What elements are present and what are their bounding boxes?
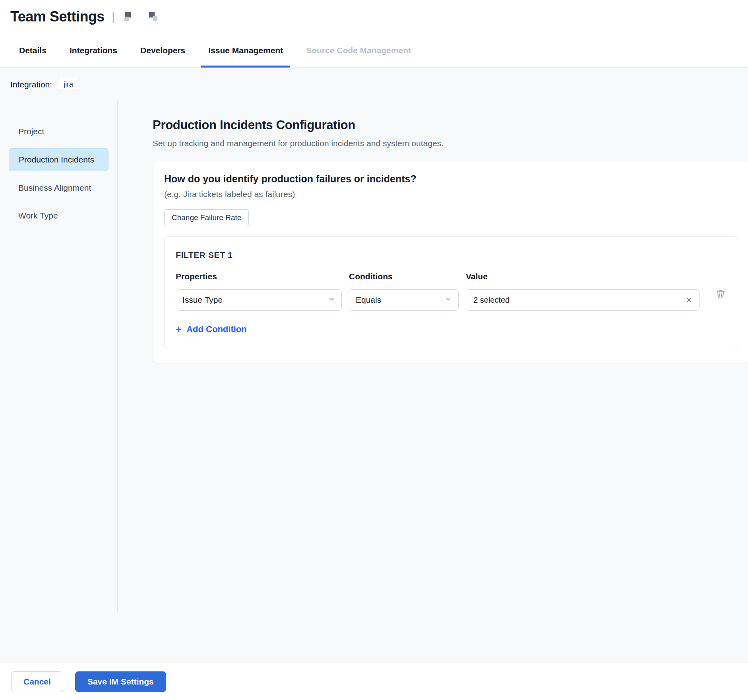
- properties-column-label: Properties: [176, 272, 342, 281]
- sidebar-item-project[interactable]: Project: [9, 120, 109, 143]
- plus-icon: +: [176, 324, 182, 335]
- integration-chip: jira: [58, 78, 79, 91]
- chevron-down-icon: [445, 295, 452, 305]
- section-title: Production Incidents Configuration: [153, 118, 748, 132]
- main-pane: Production Incidents Configuration Set u…: [118, 101, 748, 363]
- tab-bar: Details Integrations Developers Issue Ma…: [0, 33, 748, 68]
- page-title: Team Settings: [10, 8, 105, 25]
- tab-developers[interactable]: Developers: [133, 33, 192, 67]
- tab-source-code-management[interactable]: Source Code Management: [299, 33, 418, 67]
- value-multiselect-text: 2 selected: [473, 296, 510, 305]
- integration-row: Integration: jira: [0, 68, 748, 101]
- integration-logo-icon: [124, 11, 136, 22]
- value-multiselect[interactable]: 2 selected ×: [466, 289, 700, 311]
- title-separator: |: [112, 10, 115, 23]
- sidebar-item-work-type[interactable]: Work Type: [9, 205, 109, 227]
- condition-select-value: Equals: [356, 295, 381, 305]
- sidebar-item-business-alignment[interactable]: Business Alignment: [9, 177, 109, 199]
- integration-label: Integration:: [10, 80, 52, 89]
- value-column-label: Value: [466, 272, 700, 281]
- app-header: Team Settings |: [0, 0, 748, 33]
- filter-row: Properties Issue Type Conditions Equals: [176, 272, 726, 311]
- tab-details[interactable]: Details: [12, 33, 54, 67]
- content-area: Project Production Incidents Business Al…: [0, 101, 748, 664]
- save-im-settings-button[interactable]: Save IM Settings: [75, 671, 166, 692]
- trash-icon: [715, 289, 726, 301]
- tab-issue-management[interactable]: Issue Management: [201, 33, 290, 67]
- add-condition-label: Add Condition: [186, 324, 247, 335]
- filter-set-card: FILTER SET 1 Properties Issue Type Condi…: [164, 236, 737, 349]
- chevron-down-icon: [328, 295, 335, 305]
- incidents-config-card: How do you identify production failures …: [153, 161, 748, 363]
- tab-integrations[interactable]: Integrations: [62, 33, 124, 67]
- cancel-button[interactable]: Cancel: [11, 671, 63, 692]
- add-condition-button[interactable]: + Add Condition: [176, 324, 247, 335]
- clear-selection-icon[interactable]: ×: [686, 295, 692, 305]
- config-hint: (e.g. Jira tickets labeled as failures): [164, 190, 737, 199]
- sidebar-item-production-incidents[interactable]: Production Incidents: [9, 148, 109, 171]
- footer-action-bar: Cancel Save IM Settings: [0, 663, 748, 700]
- delete-filter-button[interactable]: [715, 289, 726, 301]
- condition-select[interactable]: Equals: [349, 289, 459, 311]
- settings-sidebar: Project Production Incidents Business Al…: [0, 101, 118, 613]
- section-subtitle: Set up tracking and management for produ…: [153, 139, 748, 148]
- change-failure-rate-button[interactable]: Change Failure Rate: [164, 209, 249, 226]
- property-select-value: Issue Type: [182, 295, 223, 305]
- config-question: How do you identify production failures …: [164, 173, 737, 185]
- filter-set-title: FILTER SET 1: [176, 250, 726, 260]
- conditions-column-label: Conditions: [349, 272, 459, 281]
- integration-logo-icon: [148, 11, 159, 22]
- property-select[interactable]: Issue Type: [176, 289, 342, 311]
